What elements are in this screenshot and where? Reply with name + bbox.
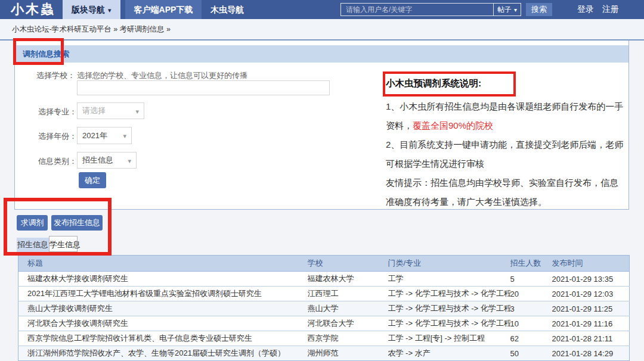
chevron-down-icon bbox=[512, 5, 517, 14]
table-row: 西京学院信息工程学院招收计算机类、电子信息类专业硕士研究生 西京学院 工学 ->… bbox=[18, 331, 630, 346]
row-school: 河北联合大学 bbox=[308, 316, 388, 331]
row-count: 10 bbox=[510, 316, 552, 331]
nav-item-board-navigation[interactable]: 版块导航 bbox=[63, 0, 120, 19]
school-hint: 选择您的学校、专业信息，让信息可以更好的传播 bbox=[77, 70, 247, 81]
breadcrumb-bar: 小木虫论坛-学术科研互动平台 » 考研调剂信息 » bbox=[0, 19, 644, 39]
notice-line-3: 友情提示：招生信息均由学校导师、实验室自行发布，信息准确度有待考量，请广大考生谨… bbox=[386, 173, 624, 211]
row-count: 20 bbox=[510, 287, 552, 301]
notice-line-2: 2、目前系统支持一键申请功能，直接提交到老师后端，老师可根据学生情况进行审核 bbox=[386, 135, 624, 173]
year-label: 选择年份： bbox=[38, 131, 77, 142]
table-row: 燕山大学接收调剂研究生 燕山大学 工学 -> 化学工程与技术 -> 化学工程 3… bbox=[18, 301, 630, 316]
row-time: 2021-01-29 12:03 bbox=[552, 287, 630, 301]
row-major: 工学 bbox=[388, 272, 510, 287]
nav-item-app-download[interactable]: 客户端APP下载 bbox=[125, 0, 202, 19]
row-time: 2021-01-28 14:29 bbox=[552, 346, 630, 361]
column-header-time: 发布时间 bbox=[552, 256, 630, 272]
row-major: 工学 -> 工程[专] -> 控制工程 bbox=[388, 331, 510, 346]
row-count: 3 bbox=[510, 301, 552, 316]
notice-line-1-highlight: 覆盖全国90%的院校 bbox=[413, 120, 493, 130]
table-row: 福建农林大学接收调剂研究生 福建农林大学 工学 5 2021-01-29 13:… bbox=[18, 272, 630, 287]
row-time: 2021-01-29 11:25 bbox=[552, 301, 630, 316]
top-navbar: 小木蟲 版块导航 客户端APP下载 木虫导航 帖子 搜索 登录 注册 bbox=[0, 0, 644, 19]
login-link[interactable]: 登录 bbox=[577, 4, 594, 15]
nav-item-label: 客户端APP下载 bbox=[134, 5, 193, 14]
major-select[interactable]: 请选择 bbox=[77, 102, 144, 119]
chevron-down-icon bbox=[132, 107, 139, 116]
category-select-value: 招生信息 bbox=[82, 155, 124, 166]
row-title-link[interactable]: 浙江湖州师范学院招收水产、农学、生物等2021届硕士研究生调剂（学硕） bbox=[18, 346, 308, 361]
nav-item-label: 木虫导航 bbox=[210, 5, 244, 14]
row-major: 工学 -> 化学工程与技术 -> 化学工程 bbox=[388, 301, 510, 316]
row-major: 工学 -> 化学工程与技术 -> 化学工程 bbox=[388, 287, 510, 301]
table-row: 河北联合大学接收调剂研究生 河北联合大学 工学 -> 化学工程与技术 -> 化学… bbox=[18, 316, 630, 331]
filter-panel-header: 调剂信息搜索 bbox=[15, 45, 628, 63]
search-bar: 帖子 bbox=[340, 3, 521, 16]
auth-links: 登录 注册 bbox=[569, 4, 619, 15]
search-button[interactable]: 搜索 bbox=[526, 3, 552, 16]
row-title-link[interactable]: 2021年江西理工大学锂电池材料省级重点实验室招收调剂硕士研究生 bbox=[18, 287, 308, 301]
search-input[interactable] bbox=[341, 4, 493, 15]
table-row: 2021年江西理工大学锂电池材料省级重点实验室招收调剂硕士研究生 江西理工 工学… bbox=[18, 287, 630, 301]
filter-panel: 调剂信息搜索 选择学校： 选择您的学校、专业信息，让信息可以更好的传播 选择专业… bbox=[14, 41, 629, 210]
table-row: 浙江湖州师范学院招收水产、农学、生物等2021届硕士研究生调剂（学硕） 湖州师范… bbox=[18, 346, 630, 361]
confirm-button[interactable]: 确定 bbox=[79, 172, 106, 188]
row-count: 62 bbox=[510, 331, 552, 346]
school-label: 选择学校： bbox=[36, 70, 75, 81]
site-logo[interactable]: 小木蟲 bbox=[11, 0, 55, 19]
row-time: 2021-01-29 11:16 bbox=[552, 316, 630, 331]
row-major: 工学 -> 化学工程与技术 -> 化学工程 bbox=[388, 316, 510, 331]
filter-panel-title: 调剂信息搜索 bbox=[15, 45, 628, 63]
column-header-title: 标题 bbox=[18, 256, 308, 272]
row-title-link[interactable]: 燕山大学接收调剂研究生 bbox=[18, 301, 308, 316]
category-select[interactable]: 招生信息 bbox=[77, 152, 137, 169]
row-school: 湖州师范 bbox=[308, 346, 388, 361]
search-category-dropdown[interactable]: 帖子 bbox=[493, 4, 521, 15]
search-category-label: 帖子 bbox=[497, 5, 512, 15]
row-title-link[interactable]: 福建农林大学接收调剂研究生 bbox=[18, 272, 308, 287]
tab-student-info[interactable]: 学生信息 bbox=[49, 236, 78, 252]
row-time: 2021-01-29 13:35 bbox=[552, 272, 630, 287]
chevron-down-icon bbox=[105, 5, 112, 14]
row-title-link[interactable]: 河北联合大学接收调剂研究生 bbox=[18, 316, 308, 331]
tab-admission-info[interactable]: 招生信息 bbox=[17, 238, 49, 252]
notice-title: 小木虫预调剂系统说明: bbox=[386, 77, 624, 90]
major-select-value: 请选择 bbox=[82, 105, 132, 116]
row-school: 江西理工 bbox=[308, 287, 388, 301]
register-link[interactable]: 注册 bbox=[602, 4, 619, 15]
year-select[interactable]: 2021年 bbox=[77, 127, 132, 144]
nav-item-label: 版块导航 bbox=[72, 5, 105, 14]
chevron-down-icon bbox=[124, 156, 131, 165]
category-label: 信息类别： bbox=[38, 156, 77, 167]
page-root: 小木蟲 版块导航 客户端APP下载 木虫导航 帖子 搜索 登录 注册 小木虫论坛… bbox=[0, 0, 644, 361]
column-header-school: 学校 bbox=[308, 256, 388, 272]
notice-line-1: 1、小木虫所有招生信息均是由各课题组老师自行发布的一手资料，覆盖全国90%的院校 bbox=[386, 97, 624, 135]
school-input[interactable] bbox=[77, 80, 330, 95]
request-transfer-button[interactable]: 求调剂 bbox=[17, 215, 48, 231]
row-title-link[interactable]: 西京学院信息工程学院招收计算机类、电子信息类专业硕士研究生 bbox=[18, 331, 308, 346]
row-major: 农学 -> 水产 bbox=[388, 346, 510, 361]
breadcrumb[interactable]: 小木虫论坛-学术科研互动平台 » 考研调剂信息 » bbox=[12, 19, 171, 39]
column-header-major: 门类/专业 bbox=[388, 256, 510, 272]
row-count: 5 bbox=[510, 272, 552, 287]
row-time: 2021-01-28 21:11 bbox=[552, 331, 630, 346]
row-school: 西京学院 bbox=[308, 331, 388, 346]
nav-item-muchong-navigation[interactable]: 木虫导航 bbox=[202, 0, 253, 19]
row-count: 50 bbox=[510, 346, 552, 361]
row-school: 燕山大学 bbox=[308, 301, 388, 316]
notice-body: 1、小木虫所有招生信息均是由各课题组老师自行发布的一手资料，覆盖全国90%的院校… bbox=[386, 97, 624, 211]
column-header-count: 招生人数 bbox=[510, 256, 552, 272]
system-notice: 小木虫预调剂系统说明: 1、小木虫所有招生信息均是由各课题组老师自行发布的一手资… bbox=[386, 77, 624, 211]
year-select-value: 2021年 bbox=[82, 130, 119, 141]
row-school: 福建农林大学 bbox=[308, 272, 388, 287]
publish-admission-info-button[interactable]: 发布招生信息 bbox=[51, 215, 103, 231]
admission-info-table: 标题 学校 门类/专业 招生人数 发布时间 福建农林大学接收调剂研究生 福建农林… bbox=[18, 255, 630, 361]
table-header-row: 标题 学校 门类/专业 招生人数 发布时间 bbox=[18, 256, 630, 272]
chevron-down-icon bbox=[119, 131, 126, 140]
major-label: 选择专业： bbox=[38, 107, 77, 117]
